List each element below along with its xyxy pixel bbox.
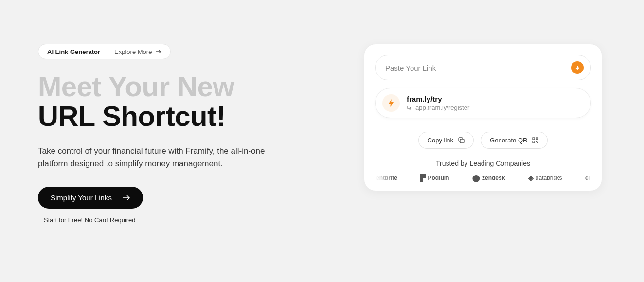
arrow-down-icon	[574, 65, 580, 70]
result-text: fram.ly/try app.fram.ly/register	[407, 95, 469, 111]
copy-icon	[458, 137, 465, 143]
trusted-title: Trusted by Leading Companies	[375, 159, 591, 167]
shortener-card: fram.ly/try app.fram.ly/register Copy li…	[364, 44, 602, 191]
logo-partial: ci	[585, 175, 590, 181]
hero-section: AI Link Generator Explore More Meet Your…	[38, 44, 335, 263]
svg-rect-4	[533, 138, 535, 140]
svg-rect-6	[533, 141, 535, 143]
submit-link-button[interactable]	[571, 61, 584, 74]
bolt-icon	[382, 94, 400, 112]
logo-eventbrite: entbrite	[376, 175, 397, 181]
logo-zendesk: ⬤zendesk	[472, 174, 505, 182]
simplify-links-button[interactable]: Simplify Your Links	[38, 187, 143, 209]
svg-rect-5	[536, 138, 538, 140]
logo-podium: ▛Podium	[420, 174, 449, 182]
action-row: Copy link Generate QR	[375, 132, 591, 149]
lightning-icon	[387, 99, 395, 107]
logo-databricks: ◈databricks	[528, 174, 562, 182]
cta-note: Start for Free! No Card Required	[44, 216, 335, 224]
hero-subtitle: Take control of your financial future wi…	[38, 145, 291, 171]
svg-rect-7	[536, 141, 537, 142]
long-url-wrap: app.fram.ly/register	[407, 104, 469, 111]
arrow-right-icon	[123, 195, 130, 201]
landing-page: AI Link Generator Explore More Meet Your…	[0, 0, 644, 282]
trusted-section: Trusted by Leading Companies entbrite ▛P…	[375, 159, 591, 182]
link-input-row[interactable]	[375, 55, 591, 80]
svg-rect-3	[460, 139, 464, 143]
hero-title: Meet Your New URL Shortcut!	[38, 72, 335, 131]
svg-rect-8	[537, 142, 538, 143]
generate-qr-button[interactable]: Generate QR	[481, 132, 548, 149]
redirect-icon	[407, 105, 412, 111]
demo-panel: fram.ly/try app.fram.ly/register Copy li…	[364, 44, 602, 263]
explore-more-link[interactable]: Explore More	[114, 48, 161, 55]
cta-label: Simplify Your Links	[51, 194, 112, 202]
copy-link-button[interactable]: Copy link	[418, 132, 474, 149]
arrow-right-icon	[156, 49, 161, 54]
announcement-pill[interactable]: AI Link Generator Explore More	[38, 44, 171, 59]
logo-row: entbrite ▛Podium ⬤zendesk ◈databricks ci	[375, 174, 591, 182]
generate-qr-label: Generate QR	[490, 137, 527, 144]
link-input[interactable]	[385, 64, 571, 72]
long-url: app.fram.ly/register	[415, 104, 469, 111]
pill-divider	[107, 47, 107, 56]
databricks-glyph-icon: ◈	[528, 174, 534, 182]
pill-label: AI Link Generator	[47, 48, 100, 55]
qr-icon	[532, 137, 538, 143]
zendesk-glyph-icon: ⬤	[472, 174, 480, 182]
short-url: fram.ly/try	[407, 95, 469, 103]
explore-more-text: Explore More	[114, 48, 152, 55]
result-row[interactable]: fram.ly/try app.fram.ly/register	[375, 88, 591, 118]
podium-glyph-icon: ▛	[420, 174, 426, 182]
hero-title-line1: Meet Your New	[38, 72, 335, 102]
hero-title-line2: URL Shortcut!	[38, 102, 335, 131]
copy-link-label: Copy link	[428, 137, 453, 144]
